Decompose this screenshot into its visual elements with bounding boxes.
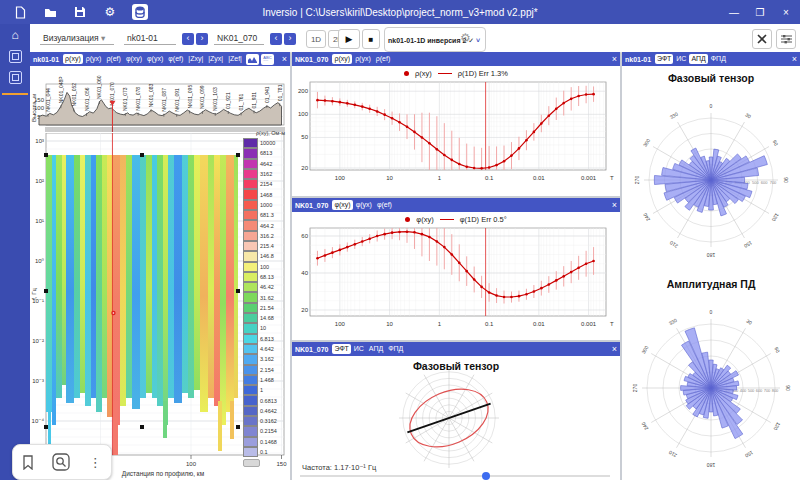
tab-ФПД[interactable]: ФПД bbox=[709, 54, 728, 64]
tab-ρ(yx)[interactable]: ρ(yx) bbox=[353, 54, 373, 64]
phase-tensor-panel: NK01_070 ЭФТИСАПДФПД × Фазовый тензорЧас… bbox=[292, 342, 620, 480]
run-inversion-button[interactable]: ▶ bbox=[338, 29, 360, 49]
tab-φ(ef)[interactable]: φ(ef) bbox=[166, 54, 185, 64]
colorscale-entry: 1468 bbox=[243, 189, 285, 199]
phase-sounding-curve[interactable]: 6040201001010.10.010.001T bbox=[292, 226, 620, 340]
rose-diagrams[interactable]: Фазовый тензор03060901201501802102402703… bbox=[622, 66, 800, 480]
phi-legend: φ(xy) φ(1D) Err 0.5° bbox=[292, 212, 620, 226]
colorscale-entry: 1000 bbox=[243, 200, 285, 210]
svg-text:30: 30 bbox=[745, 318, 753, 326]
more-options-button[interactable]: ⋮ bbox=[89, 455, 102, 470]
settings-gear-icon[interactable]: ⚙ bbox=[102, 4, 118, 20]
svg-text:60: 60 bbox=[772, 139, 780, 147]
next-station-button[interactable]: › bbox=[284, 33, 296, 45]
windows-layout-button[interactable] bbox=[776, 29, 796, 49]
titlebar: ⚙ Inversio | C:\Users\kiril\Desktop\proj… bbox=[0, 0, 800, 24]
visualization-mode-select[interactable]: Визуализация ▾ bbox=[40, 31, 114, 45]
bookmark-button[interactable] bbox=[22, 455, 34, 470]
inversion-settings-gear-icon[interactable]: ⚙ bbox=[460, 31, 471, 45]
colorscale-entry: 14.68 bbox=[243, 313, 285, 323]
close-button[interactable]: × bbox=[780, 7, 792, 18]
panel-toggle-1-icon[interactable] bbox=[9, 50, 22, 63]
tab-φ(yx)[interactable]: φ(yx) bbox=[145, 54, 165, 64]
svg-text:20: 20 bbox=[301, 307, 308, 313]
resistivity-curve-panel: NK01_070 ρ(xy)ρ(yx)ρ(ef) × ρ(xy) ρ(1D) E… bbox=[292, 52, 620, 196]
close-icon[interactable]: × bbox=[792, 54, 797, 64]
minimize-button[interactable]: — bbox=[728, 7, 740, 18]
tab-ЭФТ[interactable]: ЭФТ bbox=[655, 54, 673, 64]
mode-1d-button[interactable]: 1D bbox=[306, 30, 326, 48]
frequency-slider-handle[interactable] bbox=[482, 472, 490, 480]
left-rail: ⌂ bbox=[0, 24, 30, 480]
arrows-cross-icon bbox=[757, 34, 767, 44]
tab-φ(yx)[interactable]: φ(yx) bbox=[354, 200, 374, 210]
windows-arrange-button[interactable] bbox=[752, 29, 772, 49]
prev-station-button[interactable]: ‹ bbox=[270, 33, 282, 45]
tab-ρ(ef)[interactable]: ρ(ef) bbox=[104, 54, 122, 64]
close-icon[interactable]: × bbox=[612, 54, 617, 64]
labels-view-button[interactable]: ABC┄┄ bbox=[261, 54, 274, 65]
database-icon[interactable] bbox=[132, 4, 148, 20]
svg-text:330: 330 bbox=[669, 111, 679, 120]
zoom-tool-button[interactable] bbox=[52, 453, 70, 471]
maximize-button[interactable]: ❐ bbox=[754, 7, 766, 18]
colorscale-entry: 68.13 bbox=[243, 272, 285, 282]
svg-text:500: 500 bbox=[752, 180, 759, 185]
prev-profile-button[interactable]: ‹ bbox=[182, 33, 194, 45]
rho-panel-header: NK01_070 ρ(xy)ρ(yx)ρ(ef) × bbox=[292, 52, 620, 66]
elevation-profile-chart[interactable]: 50100150Высота, мNK01_044NK01_048PNK01_0… bbox=[30, 66, 290, 133]
tab-ρ(xy)[interactable]: ρ(xy) bbox=[63, 54, 83, 64]
close-icon[interactable]: × bbox=[612, 200, 617, 210]
tab-|Zef|[interactable]: |Zef| bbox=[226, 54, 244, 64]
svg-text:1: 1 bbox=[438, 175, 442, 181]
component-tabs: ρ(xy)ρ(yx)ρ(ef) bbox=[332, 54, 392, 64]
tab-ρ(yx)[interactable]: ρ(yx) bbox=[84, 54, 104, 64]
svg-text:NK01_056: NK01_056 bbox=[84, 87, 90, 111]
phase-curve-panel: NK01_070 φ(xy)φ(yx)φ(ef) × φ(xy) φ(1D) E… bbox=[292, 198, 620, 340]
tab-φ(xy)[interactable]: φ(xy) bbox=[124, 54, 144, 64]
svg-text:330: 330 bbox=[668, 317, 678, 326]
stop-inversion-button[interactable]: ■ bbox=[362, 29, 380, 49]
phase-tensor-ellipse-plot[interactable]: Фазовый тензорЧастота: 1.17·10⁻¹ Гц bbox=[292, 356, 620, 480]
model-line-marker bbox=[438, 73, 452, 74]
data-dot-marker bbox=[405, 217, 410, 222]
rose-diagrams-panel: nk01-01 ЭФТИСАПДФПД × Фазовый тензор0306… bbox=[622, 52, 800, 480]
svg-text:Фазовый тензор: Фазовый тензор bbox=[668, 72, 754, 84]
next-profile-button[interactable]: › bbox=[196, 33, 208, 45]
svg-text:40: 40 bbox=[301, 270, 308, 276]
histogram-view-button[interactable] bbox=[246, 54, 259, 65]
tab-φ(ef)[interactable]: φ(ef) bbox=[375, 200, 394, 210]
station-input[interactable]: NK01_070 bbox=[214, 31, 264, 45]
close-icon[interactable]: × bbox=[612, 344, 617, 354]
svg-text:10: 10 bbox=[386, 321, 393, 327]
colorscale-title: ρ(xy), Ом·м bbox=[243, 130, 285, 136]
resistivity-sounding-curve[interactable]: 20010050201001010.10.010.001T bbox=[292, 80, 620, 196]
new-file-icon[interactable] bbox=[12, 4, 28, 20]
close-icon[interactable]: × bbox=[282, 54, 287, 64]
open-folder-icon[interactable] bbox=[42, 4, 58, 20]
save-icon[interactable] bbox=[72, 4, 88, 20]
svg-text:Частота: 1.17·10⁻¹ Гц: Частота: 1.17·10⁻¹ Гц bbox=[302, 463, 377, 472]
svg-text:90: 90 bbox=[783, 177, 789, 183]
tab-φ(xy)[interactable]: φ(xy) bbox=[332, 200, 352, 210]
tab-ИС[interactable]: ИС bbox=[674, 54, 688, 64]
svg-text:01_761: 01_761 bbox=[238, 94, 244, 111]
tab-ИС[interactable]: ИС bbox=[352, 344, 366, 354]
svg-text:NK01_083: NK01_083 bbox=[148, 83, 154, 107]
colorscale-collapse-button[interactable] bbox=[243, 459, 260, 467]
tab-АПД[interactable]: АПД bbox=[367, 344, 385, 354]
panel-toggle-2-icon[interactable] bbox=[9, 71, 22, 84]
tab-|Zxy|[interactable]: |Zxy| bbox=[186, 54, 205, 64]
tab-|Zyx|[interactable]: |Zyx| bbox=[206, 54, 225, 64]
tab-АПД[interactable]: АПД bbox=[689, 54, 707, 64]
tab-ρ(xy)[interactable]: ρ(xy) bbox=[332, 54, 352, 64]
tab-ρ(ef)[interactable]: ρ(ef) bbox=[374, 54, 392, 64]
tab-ЭФТ[interactable]: ЭФТ bbox=[332, 344, 350, 354]
component-tabs: ЭФТИСАПДФПД bbox=[655, 54, 728, 64]
profile-input[interactable]: nk01-01 bbox=[124, 31, 176, 45]
svg-text:f, Гц: f, Гц bbox=[31, 288, 37, 300]
svg-text:NK01_048P: NK01_048P bbox=[58, 76, 64, 104]
tab-ФПД[interactable]: ФПД bbox=[386, 344, 405, 354]
svg-text:90: 90 bbox=[785, 385, 791, 391]
home-icon[interactable]: ⌂ bbox=[0, 28, 30, 42]
